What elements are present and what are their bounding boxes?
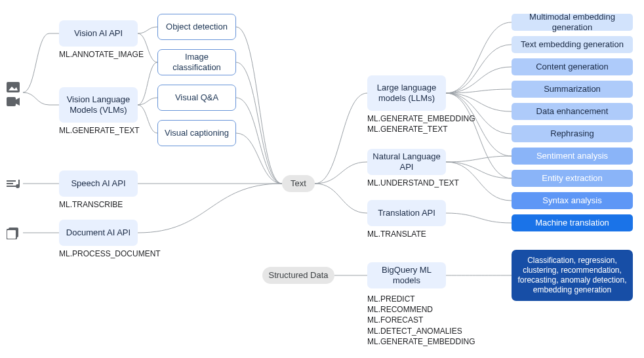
svg-rect-10 <box>7 229 16 239</box>
bigquery-fn: ML.PREDICT ML.RECOMMEND ML.FORECAST ML.D… <box>367 294 475 347</box>
document-fn: ML.PROCESS_DOCUMENT <box>59 249 161 258</box>
large-language-models: Large language models (LLMs) <box>367 75 446 111</box>
svg-rect-2 <box>7 97 16 106</box>
task-image-classification: Image classification <box>157 49 236 75</box>
translation-fn: ML.TRANSLATE <box>367 229 426 239</box>
nl-fn: ML.UNDERSTAND_TEXT <box>367 178 459 188</box>
vlm-fn: ML.GENERATE_TEXT <box>59 126 139 135</box>
task-visual-qa: Visual Q&A <box>157 85 236 111</box>
out-bigquery-ml: Classification, regression, clustering, … <box>512 250 633 301</box>
out-machine-translation: Machine translation <box>512 214 633 231</box>
svg-rect-0 <box>7 82 20 92</box>
document-ai-api: Document AI API <box>59 220 138 246</box>
task-visual-captioning: Visual captioning <box>157 120 236 146</box>
video-icon <box>7 97 20 106</box>
hub-structured-data: Structured Data <box>262 267 334 284</box>
out-sentiment-analysis: Sentiment analysis <box>512 148 633 165</box>
vision-ai-api: Vision AI API <box>59 20 138 47</box>
out-summarization: Summarization <box>512 81 633 98</box>
audio-icon <box>7 178 20 189</box>
image-icon <box>7 82 20 92</box>
speech-ai-api: Speech AI API <box>59 170 138 197</box>
llm-fn-text: ML.GENERATE_TEXT <box>367 125 447 134</box>
hub-text: Text <box>282 175 315 192</box>
out-data-enhancement: Data enhancement <box>512 103 633 120</box>
natural-language-api: Natural Language API <box>367 149 446 175</box>
svg-rect-4 <box>7 180 16 182</box>
out-rephrasing: Rephrasing <box>512 125 633 142</box>
out-entity-extraction: Entity extraction <box>512 170 633 187</box>
out-content-generation: Content generation <box>512 58 633 75</box>
out-multimodal-embedding: Multimodal embedding generation <box>512 14 633 31</box>
document-icon <box>7 228 18 239</box>
svg-rect-5 <box>7 183 13 184</box>
vision-language-models: Vision Language Models (VLMs) <box>59 87 138 123</box>
translation-api: Translation API <box>367 200 446 226</box>
svg-rect-8 <box>18 180 20 186</box>
llm-fn-embedding: ML.GENERATE_EMBEDDING <box>367 114 475 123</box>
task-object-detection: Object detection <box>157 14 236 40</box>
svg-rect-6 <box>7 186 16 187</box>
vision-ai-fn: ML.ANNOTATE_IMAGE <box>59 50 144 59</box>
bigquery-ml-models: BigQuery ML models <box>367 262 446 288</box>
speech-fn: ML.TRANSCRIBE <box>59 200 123 209</box>
out-text-embedding: Text embedding generation <box>512 36 633 53</box>
out-syntax-analysis: Syntax analysis <box>512 192 633 209</box>
svg-marker-3 <box>16 98 20 106</box>
